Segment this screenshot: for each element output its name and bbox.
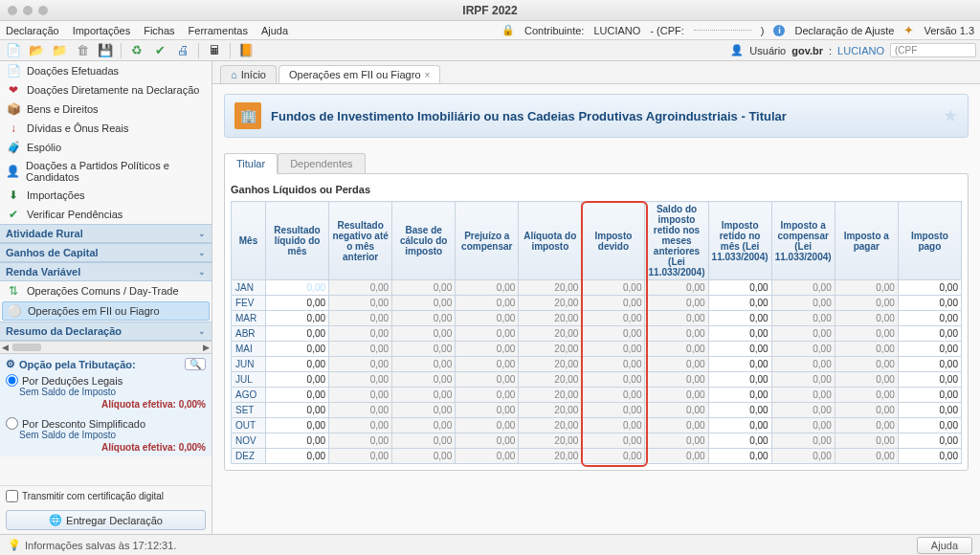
cell[interactable]: 0,00	[266, 433, 329, 449]
cell[interactable]: 0,00	[708, 357, 771, 372]
tb-print-icon[interactable]: 🖨	[173, 42, 192, 59]
sidebar-item-1[interactable]: ❤Doações Diretamente na Declaração	[0, 80, 212, 100]
checkbox-certificacao[interactable]	[6, 490, 18, 502]
cell: 0,00	[329, 372, 392, 388]
tb-book-icon[interactable]: 📙	[236, 42, 256, 59]
cell[interactable]: 0,00	[898, 418, 961, 433]
cell[interactable]: 0,00	[708, 418, 771, 433]
tab-dependentes[interactable]: Dependentes	[278, 153, 365, 173]
cell[interactable]: 0,00	[266, 357, 329, 372]
cell[interactable]: 0,00	[266, 449, 329, 464]
tb-sep	[121, 43, 122, 58]
cell: 20,00	[519, 372, 582, 388]
star-icon[interactable]: ★	[943, 105, 958, 126]
cell[interactable]: 0,00	[708, 311, 771, 326]
menu-ferramentas[interactable]: Ferramentas	[189, 25, 248, 36]
sidebar-item-2[interactable]: 📦Bens e Direitos	[0, 100, 212, 119]
sidebar-icon-1: ❤	[6, 83, 21, 97]
sidebar-item-5[interactable]: 👤Doações a Partidos Políticos e Candidat…	[0, 157, 212, 186]
cell[interactable]: 0,00	[898, 311, 961, 326]
tb-check-icon[interactable]: ✔	[150, 42, 169, 59]
cell[interactable]: 0,00	[708, 280, 771, 296]
tab-fii[interactable]: Operações em FII ou Fiagro ×	[278, 65, 440, 83]
scroll-left-icon[interactable]: ◀	[2, 343, 9, 352]
cell[interactable]: 0,00	[898, 296, 961, 311]
cell[interactable]: 0,00	[898, 403, 961, 418]
sidebar-rv-item-0[interactable]: ⇅Operações Comuns / Day-Trade	[0, 281, 212, 300]
cell[interactable]: 0,00	[708, 403, 771, 418]
entregar-button[interactable]: 🌐 Entregar Declaração	[6, 510, 206, 530]
cell[interactable]: 0,00	[708, 388, 771, 403]
tab-titular[interactable]: Titular	[224, 153, 278, 174]
tb-folder-out-icon[interactable]: 📁	[50, 42, 69, 59]
tb-delete-icon[interactable]: 🗑	[73, 42, 92, 59]
sidebar-header-1[interactable]: Ganhos de Capital⌄	[0, 243, 212, 262]
tb-new-icon[interactable]: 📄	[4, 42, 23, 59]
resumo-header[interactable]: Resumo da Declaração ⌄	[0, 322, 212, 341]
cell: 0,00	[329, 388, 392, 403]
cell[interactable]: 0,00	[266, 388, 329, 403]
sidebar-item-3[interactable]: ↓Dívidas e Ônus Reais	[0, 119, 212, 138]
tb-save-icon[interactable]: 💾	[96, 42, 115, 59]
sidebar-header-0[interactable]: Atividade Rural⌄	[0, 224, 212, 243]
tb-calc-icon[interactable]: 🖩	[205, 42, 224, 59]
scroll-right-icon[interactable]: ▶	[203, 343, 210, 352]
cell[interactable]: 0,00	[266, 311, 329, 326]
sidebar-item-0[interactable]: 📄Doações Efetuadas	[0, 61, 212, 80]
sidebar-item-4[interactable]: 🧳Espólio	[0, 138, 212, 157]
radio-simplificado[interactable]	[6, 417, 18, 430]
menu-ajuda[interactable]: Ajuda	[261, 25, 288, 36]
cell[interactable]: 0,00	[708, 433, 771, 449]
cell: 0,00	[329, 357, 392, 372]
sidebar-label-6: Importações	[27, 189, 85, 201]
cell[interactable]: 0,00	[898, 433, 961, 449]
cell[interactable]: 0,00	[898, 342, 961, 357]
cell[interactable]: 0,00	[898, 326, 961, 342]
side-scrollbar[interactable]: ◀ ▶	[0, 341, 212, 354]
cell[interactable]: 0,00	[708, 342, 771, 357]
max-dot[interactable]	[38, 6, 48, 15]
sidebar-rv-item-1[interactable]: ⚪Operações em FII ou Fiagro	[2, 301, 210, 321]
ganhos-table: MêsResultado líquido do mêsResultado neg…	[231, 201, 962, 464]
cell[interactable]: 0,00	[266, 342, 329, 357]
sidebar-header-2[interactable]: Renda Variável⌄	[0, 262, 212, 281]
sidebar-item-7[interactable]: ✔Verificar Pendências	[0, 205, 212, 224]
close-icon[interactable]: ×	[425, 70, 431, 80]
cell[interactable]: 0,00	[266, 418, 329, 433]
cell: 0,00	[329, 326, 392, 342]
magnify-button[interactable]: 🔍	[185, 358, 206, 370]
cell[interactable]: 0,00	[898, 449, 961, 464]
cell[interactable]: 0,00	[266, 280, 329, 296]
cell[interactable]: 0,00	[708, 372, 771, 388]
cell: 0,00	[645, 449, 708, 464]
cell[interactable]: 0,00	[898, 388, 961, 403]
menu-fichas[interactable]: Fichas	[144, 25, 174, 36]
menu-declaracao[interactable]: Declaração	[6, 25, 59, 36]
cell[interactable]: 0,00	[898, 357, 961, 372]
info-icon[interactable]: i	[773, 25, 785, 36]
cell[interactable]: 0,00	[266, 326, 329, 342]
cell[interactable]: 0,00	[708, 296, 771, 311]
tb-restore-icon[interactable]: ♻	[127, 42, 146, 59]
cell[interactable]: 0,00	[898, 280, 961, 296]
cell: 0,00	[645, 357, 708, 372]
close-dot[interactable]	[8, 6, 17, 15]
tb-open-icon[interactable]: 📂	[27, 42, 46, 59]
cell: 0,00	[456, 418, 519, 433]
contribuinte-label: Contribuinte:	[524, 25, 584, 36]
cell: 0,00	[582, 296, 645, 311]
cell[interactable]: 0,00	[898, 372, 961, 388]
cell[interactable]: 0,00	[266, 296, 329, 311]
entregar-label: Entregar Declaração	[66, 515, 163, 526]
min-dot[interactable]	[23, 6, 33, 15]
sidebar-item-6[interactable]: ⬇Importações	[0, 186, 212, 205]
cell[interactable]: 0,00	[266, 372, 329, 388]
radio-deducoes[interactable]	[6, 374, 18, 387]
sidebar-label-7: Verificar Pendências	[27, 209, 122, 220]
cell[interactable]: 0,00	[708, 449, 771, 464]
cell[interactable]: 0,00	[708, 326, 771, 342]
ajuda-button[interactable]: Ajuda	[917, 537, 972, 554]
cell[interactable]: 0,00	[266, 403, 329, 418]
tab-inicio[interactable]: ⌂ Início	[220, 65, 277, 83]
menu-importacoes[interactable]: Importações	[73, 25, 131, 36]
